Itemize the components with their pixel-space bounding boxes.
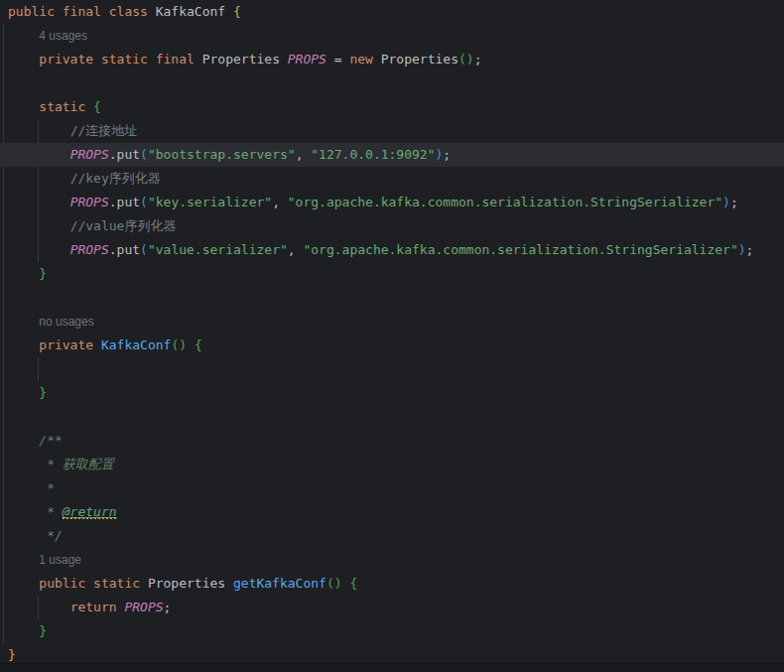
token-field: PROPS [124,600,163,614]
token-plain: , [272,195,288,209]
code-line[interactable]: public static Properties getKafkaConf() … [0,572,784,596]
token-pre [8,171,70,186]
editor-bottom-edge [0,663,784,672]
token-plain [187,337,195,352]
token-doc: * [47,504,63,519]
token-b2: () [458,52,474,67]
token-pre [8,242,70,257]
token-pre [8,147,70,162]
code-line[interactable]: * [0,476,784,500]
token-plain: = [334,52,350,67]
token-b3: ) [722,195,730,209]
token-kw: static [39,99,93,114]
token-pre [8,385,39,400]
token-doc: /** [39,433,62,448]
token-plain: Properties [148,576,233,591]
token-pre [8,28,39,43]
token-kw: public static [39,576,148,591]
token-b2: () [327,576,342,591]
code-line[interactable]: * 获取配置 [0,453,784,476]
token-plain: .put [109,147,140,162]
token-kw: return [70,600,125,614]
token-b2: } [39,385,47,400]
token-plain: ; [746,242,754,257]
token-plain: , [296,147,312,162]
token-cmt: //key序列化器 [70,171,161,186]
usage-inlay-hint[interactable]: 4 usages [0,24,784,48]
code-line[interactable]: return PROPS; [0,596,784,619]
token-pre [8,337,39,352]
token-b2: { [195,337,202,352]
token-pre [8,195,70,209]
token-inlay: no usages [39,315,93,329]
token-inlay: 4 usages [39,29,87,43]
code-line[interactable]: PROPS.put("bootstrap.servers", "127.0.0.… [0,143,784,167]
token-str: "org.apache.kafka.common.serialization.S… [288,195,722,209]
code-line[interactable]: //连接地址 [0,119,784,143]
code-line[interactable]: /** [0,429,784,453]
code-line[interactable]: //value序列化器 [0,214,784,238]
token-pre [8,266,39,281]
token-plain: Properties [381,52,458,67]
token-plain: ; [443,147,451,162]
token-pre [8,552,39,567]
token-plain: ; [474,52,482,67]
token-field: PROPS [288,52,334,67]
token-pre [8,457,47,471]
token-pre [8,314,39,329]
token-plain: ; [730,195,738,209]
token-pre [8,480,47,495]
code-editor[interactable]: public final class KafkaConf { 4 usages … [0,0,784,667]
token-cmt: //value序列化器 [70,218,177,233]
token-b2: { [349,576,357,591]
code-line[interactable] [0,405,784,429]
token-kw: private [39,337,101,352]
token-pre [8,528,47,543]
token-b2: () [171,337,187,352]
token-str: "key.serializer" [148,195,272,209]
code-line[interactable] [0,71,784,95]
token-mdecl: KafkaConf [101,337,171,352]
usage-inlay-hint[interactable]: 1 usage [0,548,784,572]
code-line[interactable]: } [0,381,784,405]
code-line[interactable]: public final class KafkaConf { [0,0,784,24]
token-doc: * [47,480,55,495]
code-line[interactable]: * @return [0,500,784,524]
usage-inlay-hint[interactable]: no usages [0,310,784,334]
code-line[interactable]: static { [0,95,784,119]
code-line[interactable] [0,357,784,381]
token-b1: { [233,4,241,19]
token-b3: ( [140,147,148,162]
token-b3: ( [140,242,148,257]
token-str: "bootstrap.servers" [148,147,296,162]
token-plain: , [288,242,304,257]
code-line[interactable]: } [0,619,784,643]
token-plain: .put [109,242,140,257]
token-b2: } [39,623,47,638]
code-line[interactable]: //key序列化器 [0,167,784,191]
token-b2: { [93,99,101,114]
token-doc: */ [47,528,63,543]
token-docTag: @return [63,504,117,519]
token-pre [8,576,39,591]
token-field: PROPS [70,195,109,209]
token-plain: ; [164,600,172,614]
token-b2: } [39,266,47,281]
token-b1: } [8,647,16,662]
code-line[interactable]: } [0,262,784,286]
token-mdecl: getKafkaConf [233,576,327,591]
code-line[interactable]: PROPS.put("value.serializer", "org.apach… [0,238,784,262]
token-pre [8,52,39,67]
code-line[interactable]: PROPS.put("key.serializer", "org.apache.… [0,191,784,214]
token-str: "127.0.0.1:9092" [311,147,435,162]
code-line[interactable]: */ [0,524,784,548]
token-pre [8,99,39,114]
token-field: PROPS [70,242,109,257]
code-line[interactable] [0,286,784,310]
token-plain: KafkaConf [156,4,233,19]
ide-editor-pane: public final class KafkaConf { 4 usages … [0,0,784,672]
token-b3: ( [140,195,148,209]
token-cmt: //连接地址 [70,123,138,138]
code-line[interactable]: private KafkaConf() { [0,334,784,357]
code-line[interactable]: private static final Properties PROPS = … [0,48,784,71]
